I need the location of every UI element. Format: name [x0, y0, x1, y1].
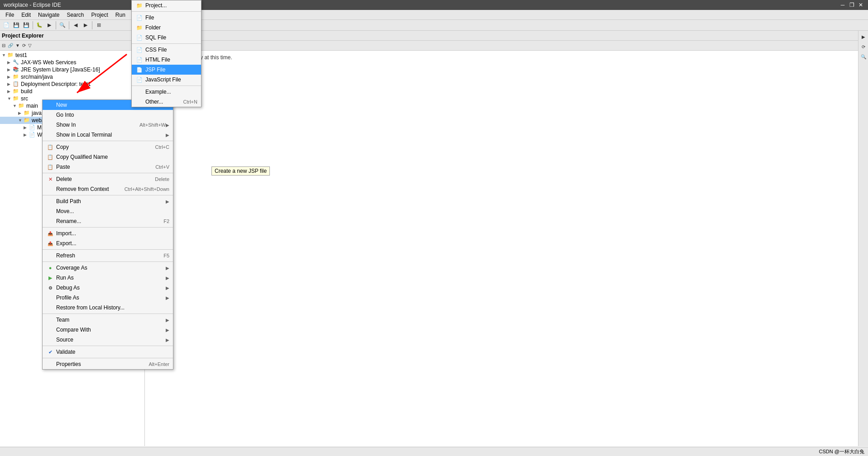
menu-search[interactable]: Search: [63, 11, 87, 19]
ctx-go-into[interactable]: Go Into: [43, 110, 173, 120]
right-panel-btn-2[interactable]: ⟳: [859, 43, 868, 51]
project-explorer-header: Project Explorer ✕: [0, 31, 144, 41]
ctx-build-path[interactable]: Build Path ▶: [43, 196, 173, 206]
toolbar-save[interactable]: 💾: [12, 21, 21, 30]
menu-project[interactable]: Project: [87, 11, 111, 19]
ctx-copy-qualified[interactable]: 📋 Copy Qualified Name: [43, 152, 173, 162]
ctx-show-local[interactable]: Show in Local Terminal ▶: [43, 130, 173, 140]
ctx-run-label: Run As: [56, 275, 166, 281]
menu-edit[interactable]: Edit: [18, 11, 34, 19]
ctx-remove-context-icon: [46, 185, 54, 193]
console-toolbar: 🗑 🔒 📌: [145, 41, 858, 51]
ctx-paste-shortcut: Ctrl+V: [155, 164, 169, 170]
sub-css-file[interactable]: 📄 CSS File: [132, 45, 201, 55]
ctx-run-as[interactable]: ▶ Run As ▶: [43, 273, 173, 283]
close-button[interactable]: ✕: [857, 1, 864, 9]
tree-item-deployment[interactable]: ▶ 📋 Deployment Descriptor: test1: [0, 81, 144, 88]
ctx-coverage-as[interactable]: ● Coverage As ▶: [43, 263, 173, 273]
sub-js-file[interactable]: 📄 JavaScript File: [132, 75, 201, 85]
sub-file[interactable]: 📄 File: [132, 13, 201, 23]
toolbar-forward[interactable]: ▶: [81, 21, 90, 30]
sub-sql-label: SQL File: [145, 34, 197, 41]
toolbar-debug[interactable]: 🐛: [35, 21, 44, 30]
ctx-debug-as[interactable]: ⚙ Debug As ▶: [43, 283, 173, 293]
tree-item-jre[interactable]: ▶ 📚 JRE System Library [JavaSE-16]: [0, 66, 144, 73]
label-build: build: [21, 88, 32, 95]
sub-project-label: Project...: [145, 2, 197, 9]
explorer-sync-btn[interactable]: ⟳: [21, 43, 27, 48]
ctx-rename-shortcut: F2: [163, 218, 169, 224]
ctx-validate[interactable]: ✔ Validate: [43, 347, 173, 357]
sub-jsp-file[interactable]: 📄 JSP File: [132, 65, 201, 75]
sub-folder-icon: 📁: [135, 24, 144, 31]
ctx-remove-context[interactable]: Remove from Context Ctrl+Alt+Shift+Down: [43, 184, 173, 194]
tooltip-text: Create a new JSP file: [215, 168, 267, 174]
ctx-run-icon: ▶: [46, 274, 54, 281]
tree-item-build[interactable]: ▶ 📁 build: [0, 88, 144, 95]
title-bar-controls: ─ ❐ ✕: [839, 1, 864, 9]
ctx-rename[interactable]: Rename... F2: [43, 216, 173, 226]
ctx-compare-with[interactable]: Compare With ▶: [43, 325, 173, 335]
sub-folder[interactable]: 📁 Folder: [132, 23, 201, 33]
ctx-source[interactable]: Source ▶: [43, 335, 173, 345]
icon-deployment: 📋: [13, 81, 20, 87]
right-panel-btn-1[interactable]: ▶: [859, 33, 868, 41]
ctx-restore-label: Restore from Local History...: [56, 304, 169, 311]
ctx-team[interactable]: Team ▶: [43, 315, 173, 325]
minimize-button[interactable]: ─: [839, 1, 846, 9]
title-bar-title: workplace - Eclipse IDE: [4, 2, 61, 8]
ctx-compare-label: Compare With: [56, 327, 166, 333]
ctx-refresh[interactable]: Refresh F5: [43, 251, 173, 261]
arrow-test1: ▼: [2, 53, 7, 57]
tree-item-test1[interactable]: ▼ 📁 test1: [0, 52, 144, 59]
context-menu: New ▶ Go Into Show In Alt+Shift+W ▶ Show…: [42, 100, 173, 370]
sub-html-file[interactable]: 📄 HTML File: [132, 55, 201, 65]
ctx-move[interactable]: Move...: [43, 206, 173, 216]
ctx-paste[interactable]: 📋 Paste Ctrl+V: [43, 162, 173, 172]
menu-file[interactable]: File: [2, 11, 18, 19]
toolbar-new[interactable]: 📄: [2, 21, 11, 30]
arrow-java: ▶: [18, 111, 24, 115]
toolbar-run[interactable]: ▶: [45, 21, 54, 30]
explorer-collapse-btn[interactable]: ⊟: [1, 43, 6, 48]
explorer-filter-btn[interactable]: ▼: [14, 43, 21, 48]
ctx-delete[interactable]: ✕ Delete Delete: [43, 174, 173, 184]
ctx-export[interactable]: 📤 Export...: [43, 238, 173, 248]
status-bar: CSDN @一杯大白兔: [0, 447, 868, 456]
menu-navigate[interactable]: Navigate: [34, 11, 63, 19]
toolbar-search[interactable]: 🔍: [58, 21, 67, 30]
ctx-remove-context-shortcut: Ctrl+Alt+Shift+Down: [125, 186, 169, 192]
ctx-refresh-icon: [46, 252, 54, 259]
explorer-link-btn[interactable]: 🔗: [7, 43, 14, 48]
arrow-srcmain: ▶: [7, 75, 13, 79]
ctx-import[interactable]: 📥 Import...: [43, 228, 173, 238]
toolbar-open-perspective[interactable]: ⊞: [94, 21, 103, 30]
right-panel-btn-3[interactable]: 🔍: [859, 52, 868, 61]
sub-other[interactable]: Other... Ctrl+N: [132, 97, 201, 107]
sub-project[interactable]: 📁 Project...: [132, 0, 201, 10]
ctx-profile-as[interactable]: Profile As ▶: [43, 293, 173, 303]
ctx-debug-icon: ⚙: [46, 284, 54, 291]
sub-project-icon: 📁: [135, 2, 144, 9]
ctx-show-local-icon: [46, 131, 54, 138]
ctx-team-arrow: ▶: [166, 318, 169, 323]
menu-run[interactable]: Run: [112, 11, 129, 19]
icon-jre: 📚: [13, 66, 20, 73]
toolbar-save-all[interactable]: 💾: [22, 21, 31, 30]
tree-item-jax[interactable]: ▶ 🔧 JAX-WS Web Services: [0, 59, 144, 66]
sub-jsp-label: JSP File: [145, 66, 197, 73]
ctx-rename-label: Rename...: [56, 218, 160, 224]
label-jre: JRE System Library [JavaSE-16]: [21, 66, 100, 73]
ctx-copy[interactable]: 📋 Copy Ctrl+C: [43, 142, 173, 152]
tree-item-srcmain[interactable]: ▶ 📁 src/main/java: [0, 73, 144, 81]
ctx-properties[interactable]: Properties Alt+Enter: [43, 359, 173, 369]
sub-example[interactable]: Example...: [132, 87, 201, 97]
restore-button[interactable]: ❐: [848, 1, 855, 9]
explorer-view-menu-btn[interactable]: ▽: [27, 43, 33, 48]
sub-sql-file[interactable]: 📄 SQL File: [132, 33, 201, 43]
ctx-go-into-icon: [46, 111, 54, 119]
ctx-compare-arrow: ▶: [166, 328, 169, 332]
ctx-restore-local[interactable]: Restore from Local History...: [43, 303, 173, 313]
ctx-show-in[interactable]: Show In Alt+Shift+W ▶: [43, 120, 173, 130]
toolbar-back[interactable]: ◀: [71, 21, 80, 30]
